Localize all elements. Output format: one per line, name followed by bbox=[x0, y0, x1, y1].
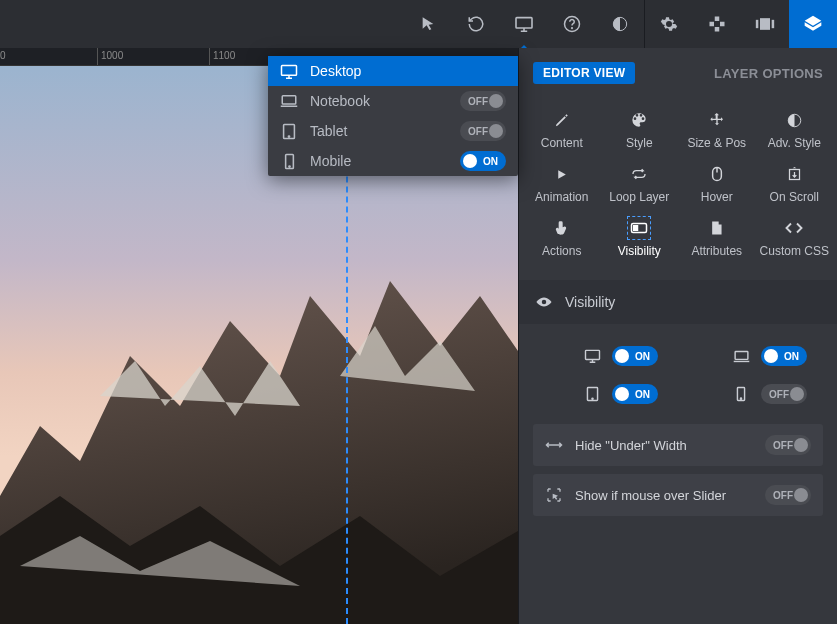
option-animation[interactable]: Animation bbox=[523, 158, 601, 212]
tablet-icon bbox=[582, 386, 602, 402]
option-size-pos[interactable]: Size & Pos bbox=[678, 104, 756, 158]
cursor-icon bbox=[420, 16, 436, 32]
svg-rect-7 bbox=[720, 22, 725, 27]
editor-view-badge[interactable]: EDITOR VIEW bbox=[533, 62, 635, 84]
desktop-icon bbox=[514, 16, 534, 32]
gear-icon bbox=[660, 15, 678, 33]
ruler-tick-label: 900 bbox=[0, 50, 6, 61]
notebook-icon bbox=[280, 92, 298, 110]
dpad-icon bbox=[708, 15, 726, 33]
option-actions[interactable]: Actions bbox=[523, 212, 601, 266]
svg-rect-0 bbox=[516, 18, 532, 28]
scroll-icon bbox=[784, 164, 804, 184]
navigation-tab[interactable] bbox=[693, 0, 741, 48]
visibility-device-toggles: ON ON ON OFF bbox=[519, 324, 837, 414]
move-icon bbox=[707, 110, 727, 130]
svg-rect-9 bbox=[756, 20, 759, 28]
notebook-icon bbox=[731, 350, 751, 363]
device-tool[interactable] bbox=[500, 0, 548, 48]
file-icon bbox=[707, 218, 727, 238]
visibility-mobile-toggle[interactable]: OFF bbox=[761, 384, 807, 404]
cursor-tool[interactable] bbox=[404, 0, 452, 48]
width-icon bbox=[545, 439, 563, 451]
code-icon bbox=[784, 218, 804, 238]
notebook-toggle[interactable]: OFF bbox=[460, 91, 506, 111]
visibility-desktop-toggle[interactable]: ON bbox=[612, 346, 658, 366]
right-panel: EDITOR VIEW LAYER OPTIONS Content Style … bbox=[518, 48, 837, 624]
svg-rect-5 bbox=[715, 27, 720, 32]
svg-rect-25 bbox=[715, 229, 720, 230]
dropdown-item-label: Mobile bbox=[310, 153, 448, 169]
visibility-settings: Hide "Under" Width OFF Show if mouse ove… bbox=[519, 414, 837, 526]
ruler-tick-label: 1100 bbox=[213, 50, 235, 61]
section-title: Visibility bbox=[565, 294, 615, 310]
hide-under-width-toggle[interactable]: OFF bbox=[765, 435, 811, 455]
svg-point-31 bbox=[740, 398, 741, 399]
palette-icon bbox=[629, 110, 649, 130]
slides-icon bbox=[755, 16, 775, 32]
svg-rect-6 bbox=[710, 22, 715, 27]
undo-tool[interactable] bbox=[452, 0, 500, 48]
panel-header: EDITOR VIEW LAYER OPTIONS bbox=[519, 48, 837, 98]
svg-rect-23 bbox=[634, 226, 638, 231]
option-attributes[interactable]: Attributes bbox=[678, 212, 756, 266]
svg-point-17 bbox=[288, 165, 289, 166]
option-content[interactable]: Content bbox=[523, 104, 601, 158]
option-on-scroll[interactable]: On Scroll bbox=[756, 158, 834, 212]
setting-show-mouse-over[interactable]: Show if mouse over Slider OFF bbox=[533, 474, 823, 516]
svg-point-15 bbox=[288, 135, 289, 136]
cursor-box-icon bbox=[545, 487, 563, 503]
option-visibility[interactable]: Visibility bbox=[601, 212, 679, 266]
dropdown-item-mobile[interactable]: Mobile ON bbox=[268, 146, 518, 176]
desktop-icon bbox=[582, 349, 602, 363]
loop-icon bbox=[629, 164, 649, 184]
layers-tab[interactable] bbox=[789, 0, 837, 48]
ruler-tick-label: 1000 bbox=[101, 50, 123, 61]
option-hover[interactable]: Hover bbox=[678, 158, 756, 212]
option-adv-style[interactable]: Adv. Style bbox=[756, 104, 834, 158]
svg-rect-24 bbox=[715, 227, 720, 228]
visibility-notebook-toggle[interactable]: ON bbox=[761, 346, 807, 366]
mobile-icon bbox=[280, 152, 298, 170]
visibility-tablet-toggle[interactable]: ON bbox=[612, 384, 658, 404]
show-mouse-over-toggle[interactable]: OFF bbox=[765, 485, 811, 505]
slides-tab[interactable] bbox=[741, 0, 789, 48]
dropdown-item-desktop[interactable]: Desktop bbox=[268, 56, 518, 86]
svg-point-29 bbox=[591, 398, 592, 399]
dropdown-item-notebook[interactable]: Notebook OFF bbox=[268, 86, 518, 116]
visibility-section-header[interactable]: Visibility bbox=[519, 280, 837, 324]
dropdown-item-tablet[interactable]: Tablet OFF bbox=[268, 116, 518, 146]
play-icon bbox=[552, 164, 572, 184]
settings-tab[interactable] bbox=[645, 0, 693, 48]
visibility-icon bbox=[629, 218, 649, 238]
dropdown-item-label: Tablet bbox=[310, 123, 448, 139]
svg-rect-27 bbox=[735, 351, 748, 359]
undo-icon bbox=[467, 15, 485, 33]
tablet-toggle[interactable]: OFF bbox=[460, 121, 506, 141]
top-toolbar bbox=[0, 0, 837, 48]
mouse-icon bbox=[707, 164, 727, 184]
tablet-icon bbox=[280, 122, 298, 140]
option-style[interactable]: Style bbox=[601, 104, 679, 158]
svg-rect-8 bbox=[760, 18, 770, 30]
option-loop-layer[interactable]: Loop Layer bbox=[601, 158, 679, 212]
help-tool[interactable] bbox=[548, 0, 596, 48]
desktop-icon bbox=[280, 62, 298, 80]
dropdown-item-label: Desktop bbox=[310, 63, 506, 79]
dropdown-item-label: Notebook bbox=[310, 93, 448, 109]
contrast-tool[interactable] bbox=[596, 0, 644, 48]
option-custom-css[interactable]: Custom CSS bbox=[756, 212, 834, 266]
half-circle-icon bbox=[784, 110, 804, 130]
setting-hide-under-width[interactable]: Hide "Under" Width OFF bbox=[533, 424, 823, 466]
pencil-icon bbox=[552, 110, 572, 130]
svg-point-2 bbox=[572, 28, 573, 29]
svg-rect-13 bbox=[282, 96, 296, 104]
mobile-toggle[interactable]: ON bbox=[460, 151, 506, 171]
tap-icon bbox=[552, 218, 572, 238]
layer-options-grid: Content Style Size & Pos Adv. Style Anim… bbox=[519, 98, 837, 280]
svg-rect-12 bbox=[282, 65, 297, 75]
eye-icon bbox=[535, 296, 553, 308]
half-circle-icon bbox=[612, 16, 628, 32]
svg-rect-4 bbox=[715, 17, 720, 22]
layer-options-label[interactable]: LAYER OPTIONS bbox=[714, 66, 823, 81]
